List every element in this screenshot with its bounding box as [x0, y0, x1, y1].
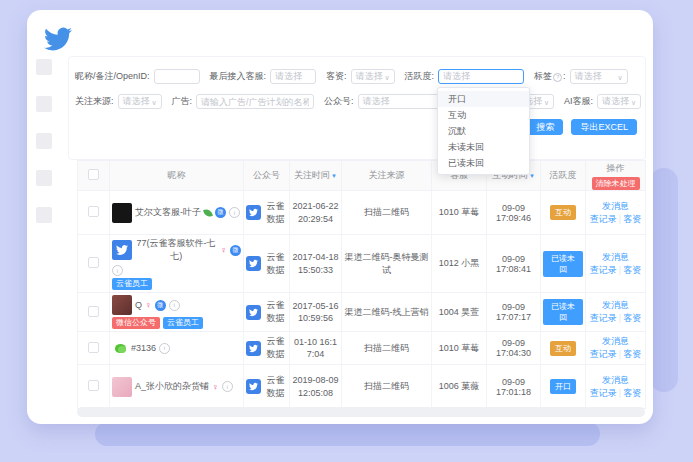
chevron-down-icon	[617, 72, 622, 82]
row-checkbox[interactable]	[88, 257, 99, 268]
source-select[interactable]: 请选择	[118, 94, 162, 109]
sidebar-item-5[interactable]	[36, 207, 52, 223]
activity-select[interactable]: 请选择 开口 互动 沉默 未读未回 已读未回	[438, 69, 524, 84]
send-message-link[interactable]: 发消息	[602, 336, 629, 346]
last-agent-field: 最后接入客服: 请选择	[210, 69, 317, 84]
id-badge-icon[interactable]: i	[229, 207, 240, 218]
table-row: A_张小欣的杂货铺 ♀ i 云雀数据 2019-08-09 12:05:08 扫…	[78, 365, 646, 409]
avatar	[112, 203, 132, 223]
view-record-link[interactable]: 查记录	[590, 349, 617, 359]
activity-field: 活跃度: 请选择 开口 互动 沉默 未读未回 已读未回	[405, 69, 525, 84]
gender-female-icon: ♀	[220, 245, 227, 255]
view-record-link[interactable]: 查记录	[590, 313, 617, 323]
dropdown-option-unread[interactable]: 未读未回	[438, 139, 529, 155]
send-message-link[interactable]: 发消息	[602, 375, 629, 385]
tag-field: 标签: 请选择	[534, 69, 628, 84]
lead-label: 客资:	[326, 70, 347, 83]
ai-agent-field: AI客服: 请选择	[564, 94, 641, 109]
fan-nickname: 艾尔文客服-叶子	[135, 206, 201, 219]
follow-time: 2021-06-22 20:29:54	[290, 191, 342, 235]
divider: |	[619, 214, 621, 224]
card-stack-bottom-decoration	[95, 422, 600, 446]
agent: 1004 昊萱	[432, 293, 487, 332]
activity-label: 活跃度:	[405, 70, 435, 83]
source-label: 关注来源:	[75, 95, 114, 108]
id-badge-icon[interactable]: i	[159, 343, 170, 354]
fan-nickname: A_张小欣的杂货铺	[135, 380, 209, 393]
activity-badge: 开口	[550, 379, 576, 394]
header-follow-time[interactable]: 关注时间▼	[290, 161, 342, 191]
view-record-link[interactable]: 查记录	[590, 214, 617, 224]
lead-select[interactable]: 请选择	[351, 69, 395, 84]
official-account-name: 云雀数据	[264, 200, 287, 226]
view-record-link[interactable]: 查记录	[590, 265, 617, 275]
lead-link[interactable]: 客资	[623, 265, 641, 275]
sidebar-item-4[interactable]	[36, 170, 52, 186]
keyword-input[interactable]	[159, 72, 195, 82]
dropdown-option-read-noreply[interactable]: 已读未回	[438, 155, 529, 171]
filter-actions: 展开 重置 搜索 导出EXCEL	[75, 119, 639, 135]
follow-source: 扫描二维码	[342, 191, 432, 235]
header-source: 关注来源	[342, 161, 432, 191]
sidebar-item-1[interactable]	[36, 59, 52, 75]
row-checkbox[interactable]	[88, 380, 99, 391]
lead-link[interactable]: 客资	[623, 214, 641, 224]
select-all-checkbox[interactable]	[88, 169, 99, 180]
fan-nickname: Q	[135, 300, 142, 310]
lead-link[interactable]: 客资	[623, 349, 641, 359]
sidebar-item-2[interactable]	[36, 96, 52, 112]
last-agent-select[interactable]: 请选择	[270, 69, 316, 84]
active-time: 09-09 17:09:46	[487, 191, 541, 235]
fan-tag: 云雀员工	[112, 278, 152, 290]
header-checkbox-cell	[78, 161, 110, 191]
sidebar-item-3[interactable]	[36, 133, 52, 149]
ad-field: 广告:	[172, 94, 315, 109]
dropdown-option-open[interactable]: 开口	[438, 91, 529, 107]
send-message-link[interactable]: 发消息	[602, 252, 629, 262]
follow-source: 渠道二维码-线上营销	[342, 293, 432, 332]
fan-nickname: #3136	[131, 343, 156, 353]
send-message-link[interactable]: 发消息	[602, 300, 629, 310]
wechat-badge-icon: 微	[155, 300, 166, 311]
dropdown-option-silent[interactable]: 沉默	[438, 123, 529, 139]
avatar-wechat-icon	[112, 340, 128, 356]
follow-source: 渠道二维码-奥特曼测试	[342, 235, 432, 293]
table-row: 77(云雀客服软件-七七) ♀ 微 i 云雀员工 云雀数据 2017-04-18…	[78, 235, 646, 293]
filter-panel: 昵称/备注/OpenID: 最后接入客服: 请选择 客资: 请选择 活跃度: 请…	[68, 56, 646, 160]
view-record-link[interactable]: 查记录	[590, 388, 617, 398]
dropdown-option-interact[interactable]: 互动	[438, 107, 529, 123]
lead-link[interactable]: 客资	[623, 313, 641, 323]
row-checkbox[interactable]	[88, 206, 99, 217]
keyword-label: 昵称/备注/OpenID:	[75, 70, 150, 83]
avatar	[112, 295, 132, 315]
agent: 1012 小黑	[432, 235, 487, 293]
tag-select[interactable]: 请选择	[570, 69, 628, 84]
fan-tag: 微信公众号	[112, 317, 160, 329]
avatar	[112, 377, 132, 397]
lead-field: 客资: 请选择	[326, 69, 395, 84]
ad-label: 广告:	[172, 95, 193, 108]
id-badge-icon[interactable]: i	[169, 300, 180, 311]
export-excel-button[interactable]: 导出EXCEL	[571, 119, 637, 135]
ai-agent-select[interactable]: 请选择	[597, 94, 641, 109]
lead-link[interactable]: 客资	[623, 388, 641, 398]
gender-female-icon: ♀	[212, 382, 219, 392]
send-message-link[interactable]: 发消息	[602, 201, 629, 211]
row-checkbox[interactable]	[88, 342, 99, 353]
keyword-input-wrap	[154, 69, 200, 84]
horizontal-scrollbar[interactable]	[77, 407, 645, 417]
ad-input[interactable]	[201, 97, 309, 107]
sort-caret-icon[interactable]: ▼	[529, 173, 535, 179]
id-badge-icon[interactable]: i	[222, 381, 233, 392]
official-account-name: 云雀数据	[264, 299, 287, 325]
activity-badge: 互动	[550, 205, 576, 220]
fan-tag: 云雀员工	[163, 317, 203, 329]
chevron-down-icon	[384, 72, 389, 82]
row-checkbox[interactable]	[88, 306, 99, 317]
clear-unhandled-button[interactable]: 清除未处理	[592, 177, 640, 190]
sort-caret-icon[interactable]: ▼	[331, 173, 337, 179]
id-badge-icon[interactable]: i	[112, 265, 123, 276]
active-time: 09-09 17:04:30	[487, 332, 541, 365]
search-button[interactable]: 搜索	[527, 119, 563, 135]
account-label: 公众号:	[324, 95, 354, 108]
